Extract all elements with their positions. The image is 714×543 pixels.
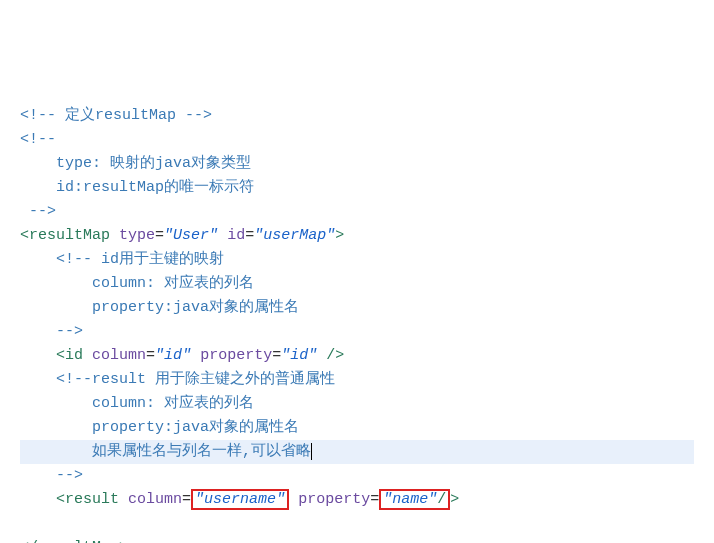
comment-line: --> xyxy=(20,467,83,484)
comment-line: <!--result 用于除主键之外的普通属性 xyxy=(20,371,335,388)
attr-column: column xyxy=(128,491,182,508)
comment-line: column: 对应表的列名 xyxy=(20,395,254,412)
attr-column: column xyxy=(92,347,146,364)
comment-line: 如果属性名与列名一样,可以省略 xyxy=(20,443,312,460)
comment-line: <!-- xyxy=(20,131,56,148)
tag-resultmap: resultMap xyxy=(29,227,110,244)
val-user: User xyxy=(173,227,209,244)
comment-line: <!-- id用于主键的映射 xyxy=(20,251,224,268)
highlight-box-name: "name"/ xyxy=(379,489,450,510)
comment-line: property:java对象的属性名 xyxy=(20,299,299,316)
attr-id: id xyxy=(227,227,245,244)
tag-resultmap-close: resultMap xyxy=(38,539,119,543)
attr-property: property xyxy=(200,347,272,364)
tag-id: id xyxy=(65,347,83,364)
comment-line: <!-- 定义resultMap --> xyxy=(20,107,212,124)
attr-property: property xyxy=(298,491,370,508)
comment-line: id:resultMap的唯一标示符 xyxy=(20,179,254,196)
highlighted-line: 如果属性名与列名一样,可以省略 xyxy=(20,440,694,464)
attr-type: type xyxy=(119,227,155,244)
comment-line: --> xyxy=(20,323,83,340)
comment-line: column: 对应表的列名 xyxy=(20,275,254,292)
comment-line: type: 映射的java对象类型 xyxy=(20,155,251,172)
comment-line: --> xyxy=(20,203,56,220)
val-id-prop: id xyxy=(290,347,308,364)
comment-line: property:java对象的属性名 xyxy=(20,419,299,436)
val-usermap: userMap xyxy=(263,227,326,244)
val-id-col: id xyxy=(164,347,182,364)
highlight-box-username: "username" xyxy=(191,489,289,510)
open-bracket: < xyxy=(20,227,29,244)
tag-result: result xyxy=(65,491,119,508)
code-block: <!-- 定义resultMap --> <!-- type: 映射的java对… xyxy=(20,104,694,543)
